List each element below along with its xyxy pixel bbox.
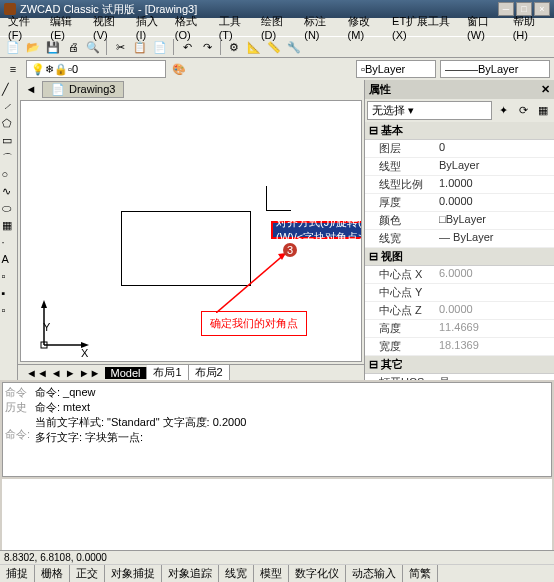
copy-icon[interactable]: 📋: [131, 38, 149, 56]
model-tab[interactable]: 布局2: [189, 365, 230, 380]
property-row[interactable]: 线宽— ByLayer: [365, 230, 554, 248]
undo-icon[interactable]: ↶: [178, 38, 196, 56]
property-row[interactable]: 线型比例1.0000: [365, 176, 554, 194]
property-row[interactable]: 中心点 Z0.0000: [365, 302, 554, 320]
menu-item[interactable]: 修改(M): [344, 13, 386, 42]
property-section[interactable]: 基本: [365, 122, 554, 140]
document-tabs: ◄ 📄 Drawing3: [18, 80, 364, 98]
point-tool-icon[interactable]: ·: [1, 235, 17, 251]
layer-icon[interactable]: ≡: [4, 60, 22, 78]
properties-panel: 属性 ✕ 无选择 ▾ ✦ ⟳ ▦ 基本图层0线型ByLayer线型比例1.000…: [364, 80, 554, 380]
menu-item[interactable]: 帮助(H): [509, 13, 550, 42]
menu-item[interactable]: 窗口(W): [463, 13, 507, 42]
annotation-marker: 3: [283, 243, 297, 257]
statusbar: 8.8302, 6.8108, 0.0000 捕捉栅格正交对象捕捉对象追踪线宽模…: [0, 550, 554, 582]
property-section[interactable]: 视图: [365, 248, 554, 266]
axis-x-label: X: [81, 347, 88, 359]
polyline-tool-icon[interactable]: ⟋: [1, 99, 17, 115]
tool-icon[interactable]: ▪: [1, 286, 17, 302]
property-row[interactable]: 中心点 Y: [365, 284, 554, 302]
svg-line-0: [216, 253, 286, 313]
hatch-tool-icon[interactable]: ▦: [1, 218, 17, 234]
props-tool-icon[interactable]: ▦: [534, 102, 552, 120]
selection-combo[interactable]: 无选择 ▾: [367, 101, 492, 120]
model-tab[interactable]: 布局1: [147, 365, 188, 380]
arc-tool-icon[interactable]: ⌒: [1, 150, 17, 166]
separator: [106, 39, 107, 55]
open-icon[interactable]: 📂: [24, 38, 42, 56]
layer-combo[interactable]: 💡❄🔒▫ 0: [26, 60, 166, 78]
block-tool-icon[interactable]: ▫: [1, 269, 17, 285]
menubar: 文件(F)编辑(E)视图(V)插入(I)格式(O)工具(T)绘图(D)标注(N)…: [0, 18, 554, 36]
property-row[interactable]: 中心点 X6.0000: [365, 266, 554, 284]
spline-tool-icon[interactable]: ∿: [1, 184, 17, 200]
status-toggle[interactable]: 栅格: [35, 565, 70, 582]
property-row[interactable]: 厚度0.0000: [365, 194, 554, 212]
cut-icon[interactable]: ✂: [111, 38, 129, 56]
tool-icon[interactable]: ⚙: [225, 38, 243, 56]
props-tool-icon[interactable]: ⟳: [514, 102, 532, 120]
svg-marker-3: [41, 300, 47, 308]
status-toggle[interactable]: 线宽: [219, 565, 254, 582]
status-toggle[interactable]: 数字化仪: [289, 565, 346, 582]
property-row[interactable]: 线型ByLayer: [365, 158, 554, 176]
paste-icon[interactable]: 📄: [151, 38, 169, 56]
property-row[interactable]: 颜色□ByLayer: [365, 212, 554, 230]
new-icon[interactable]: 📄: [4, 38, 22, 56]
polygon-tool-icon[interactable]: ⬠: [1, 116, 17, 132]
status-toggle[interactable]: 动态输入: [346, 565, 403, 582]
tool-icon[interactable]: ▫: [1, 303, 17, 319]
tool-icon[interactable]: 📏: [265, 38, 283, 56]
props-tool-icon[interactable]: ✦: [494, 102, 512, 120]
color-combo[interactable]: ▫ ByLayer: [356, 60, 436, 78]
properties-title: 属性 ✕: [365, 80, 554, 99]
rect-tool-icon[interactable]: ▭: [1, 133, 17, 149]
circle-tool-icon[interactable]: ○: [1, 167, 17, 183]
menu-item[interactable]: ET扩展工具(X): [388, 13, 461, 42]
save-icon[interactable]: 💾: [44, 38, 62, 56]
status-toggle[interactable]: 捕捉: [0, 565, 35, 582]
line-tool-icon[interactable]: ╱: [1, 82, 17, 98]
preview-icon[interactable]: 🔍: [84, 38, 102, 56]
document-tab[interactable]: 📄 Drawing3: [42, 81, 124, 98]
redo-icon[interactable]: ↷: [198, 38, 216, 56]
layer-toolbar: ≡ 💡❄🔒▫ 0 🎨 ▫ ByLayer ——— ByLayer: [0, 58, 554, 80]
tab-nav-icon[interactable]: ◄: [22, 80, 40, 98]
left-toolbar: ╱ ⟋ ⬠ ▭ ⌒ ○ ∿ ⬭ ▦ · A ▫ ▪ ▫: [0, 80, 18, 380]
drawing-canvas[interactable]: 对齐方式(J)/旋转(R)/样式(S)/字高(H)/方向(D)/字宽(W)/<字…: [20, 100, 362, 362]
menu-item[interactable]: 标注(N): [300, 13, 341, 42]
separator: [220, 39, 221, 55]
status-toggle[interactable]: 简繁: [403, 565, 438, 582]
panel-close-icon[interactable]: ✕: [541, 83, 550, 96]
annotation-callout: 确定我们的对角点: [201, 311, 307, 336]
status-toggle[interactable]: 正交: [70, 565, 105, 582]
status-toggle[interactable]: 模型: [254, 565, 289, 582]
model-tab[interactable]: Model: [105, 367, 148, 379]
command-history[interactable]: 命令历史命令: 命令: _qnew命令: mtext当前文字样式: "Stand…: [2, 382, 552, 477]
property-section[interactable]: 其它: [365, 356, 554, 374]
property-row[interactable]: 图层0: [365, 140, 554, 158]
tool-icon[interactable]: 🔧: [285, 38, 303, 56]
ellipse-tool-icon[interactable]: ⬭: [1, 201, 17, 217]
command-prompt-highlight: 对齐方式(J)/旋转(R)/样式(S)/字高(H)/方向(D)/字宽(W)/<字…: [271, 221, 362, 239]
status-toggle[interactable]: 对象追踪: [162, 565, 219, 582]
property-row[interactable]: 宽度18.1369: [365, 338, 554, 356]
property-row[interactable]: 打开UCS图标是: [365, 374, 554, 380]
annotation-arrow: [216, 248, 291, 313]
axis-y-label: Y: [43, 321, 50, 333]
corner-marker: [266, 186, 291, 211]
status-toggle[interactable]: 对象捕捉: [105, 565, 162, 582]
lineweight-combo[interactable]: ——— ByLayer: [440, 60, 550, 78]
separator: [173, 39, 174, 55]
property-row[interactable]: 高度11.4669: [365, 320, 554, 338]
tool-icon[interactable]: 📐: [245, 38, 263, 56]
status-buttons: 捕捉栅格正交对象捕捉对象追踪线宽模型数字化仪动态输入简繁: [0, 565, 554, 582]
print-icon[interactable]: 🖨: [64, 38, 82, 56]
layer-tool-icon[interactable]: 🎨: [170, 60, 188, 78]
properties-grid[interactable]: 基本图层0线型ByLayer线型比例1.0000厚度0.0000颜色□ByLay…: [365, 122, 554, 380]
model-tabs: ◄◄ ◄ ► ►► Model布局1布局2: [18, 364, 364, 380]
command-text: 命令: _qnew命令: mtext当前文字样式: "Standard" 文字高…: [35, 385, 549, 474]
text-tool-icon[interactable]: A: [1, 252, 17, 268]
coordinates-display: 8.8302, 6.8108, 0.0000: [0, 551, 554, 565]
